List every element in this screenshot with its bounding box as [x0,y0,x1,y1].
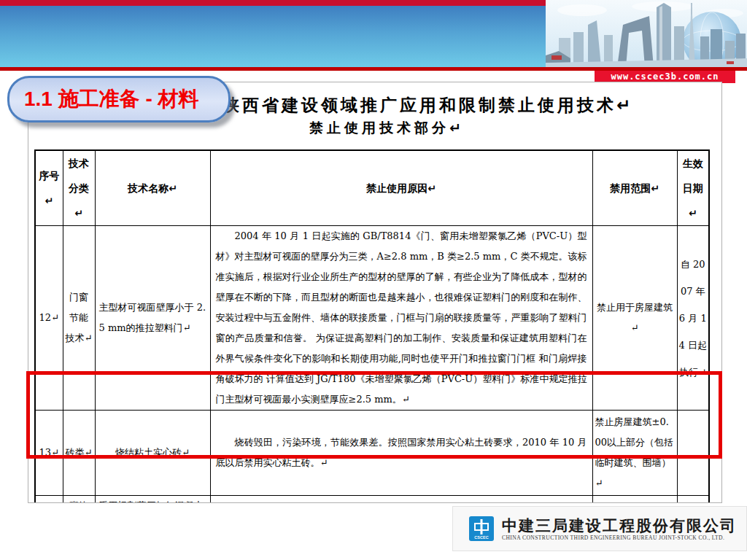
section-badge-title: 1.1 施工准备 - 材料 [9,78,228,120]
company-logo-block: CSCEC 中建三局建设工程股份有限公司 CHINA CONSTRUCTION … [452,506,747,551]
document-title-line2: 禁止使用技术部分↵ [309,119,465,138]
col-header-reason: 禁止使用原因↵ [210,150,592,226]
company-name-cn: 中建三局建设工程股份有限公司 [502,516,737,534]
section-badge: 1.1 施工准备 - 材料 [7,76,231,122]
col-header-category: 技术分类↵ [63,150,95,226]
company-names: 中建三局建设工程股份有限公司 CHINA CONSTRUCTION THIRD … [502,516,737,542]
row14-scope [592,496,677,504]
row14-date [677,496,709,504]
col-header-date: 生效日期↵ [677,150,709,226]
cscec-logo-icon: CSCEC [469,516,494,541]
skyline-image [546,0,747,67]
col-header-no: 序号↵ [35,150,63,226]
row14-reason: 规格尺寸误差大，外观质量差。↵ [210,496,592,504]
row14-name: 手工切割蒸压加气混凝土砌块↵ [95,496,210,504]
row13-highlight-rectangle [26,371,722,459]
table-header-row: 序号↵ 技术分类↵ 技术名称↵ 禁止使用原因↵ 禁用范围↵ 生效日期↵ [35,150,709,226]
col-header-scope: 禁用范围↵ [592,150,677,226]
col-header-name: 技术名称↵ [95,150,210,226]
row14-category: 砌块类↵ [63,496,95,504]
svg-text:CSCEC: CSCEC [474,535,488,540]
table-row: 14↵ 砌块类↵ 手工切割蒸压加气混凝土砌块↵ 规格尺寸误差大，外观质量差。↵ [35,496,709,504]
document-title-line1: 陕西省建设领域推广应用和限制禁止使用技术↵ [222,94,633,117]
row14-no: 14↵ [35,496,63,504]
company-name-en: CHINA CONSTRUCTION THIRD ENGINEERING BUR… [502,534,737,542]
